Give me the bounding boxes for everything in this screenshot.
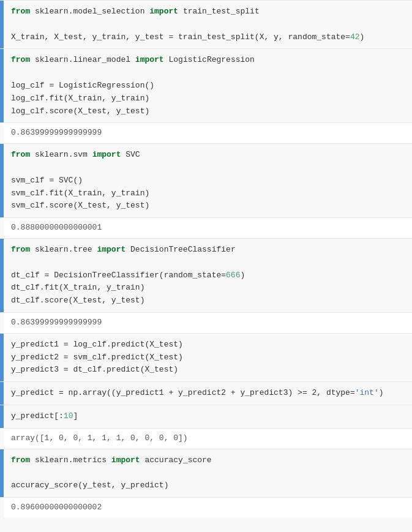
cell-4-gutter bbox=[0, 239, 4, 312]
output-7: array([1, 0, 0, 1, 1, 1, 0, 0, 0, 0]) bbox=[0, 428, 412, 449]
cell-2-content: from sklearn.linear_model import Logisti… bbox=[4, 49, 412, 122]
code-line: svm_clf = SVC() bbox=[11, 174, 405, 187]
code-line: y_predict3 = dt_clf.predict(X_test) bbox=[11, 364, 405, 377]
cell-4-content: from sklearn.tree import DecisionTreeCla… bbox=[4, 239, 412, 312]
cell-1-content: from sklearn.model_selection import trai… bbox=[4, 1, 412, 48]
code-line: dt_clf.fit(X_train, y_train) bbox=[11, 282, 405, 294]
output-8: 0.89600000000000002 bbox=[0, 497, 412, 518]
code-line: y_predict[:10] bbox=[11, 410, 405, 423]
output-3-content: 0.88800000000000001 bbox=[4, 218, 412, 238]
cell-7-gutter bbox=[0, 405, 4, 428]
code-line: y_predict1 = log_clf.predict(X_test) bbox=[11, 339, 405, 351]
cell-7-content: y_predict[:10] bbox=[4, 405, 412, 428]
cell-8-content: from sklearn.metrics import accuracy_sco… bbox=[4, 449, 412, 497]
cell-7[interactable]: y_predict[:10] bbox=[0, 405, 412, 428]
cell-3-content: from sklearn.svm import SVC svm_clf = SV… bbox=[4, 144, 412, 217]
code-line: y_predict2 = svm_clf.predict(X_test) bbox=[11, 351, 405, 364]
code-line: accuracy_score(y_test, y_predict) bbox=[11, 479, 405, 492]
code-line: log_clf.score(X_test, y_test) bbox=[11, 105, 405, 118]
cell-3-gutter bbox=[0, 144, 4, 217]
output-text: 0.88800000000000001 bbox=[11, 223, 102, 232]
code-line: from sklearn.metrics import accuracy_sco… bbox=[11, 454, 405, 467]
cell-4[interactable]: from sklearn.tree import DecisionTreeCla… bbox=[0, 238, 412, 312]
cell-6-content: y_predict = np.array((y_predict1 + y_pre… bbox=[4, 382, 412, 405]
code-line bbox=[11, 162, 405, 174]
code-line: log_clf.fit(X_train, y_train) bbox=[11, 92, 405, 105]
cell-1[interactable]: from sklearn.model_selection import trai… bbox=[0, 0, 412, 48]
cell-5-content: y_predict1 = log_clf.predict(X_test) y_p… bbox=[4, 334, 412, 381]
notebook-container: from sklearn.model_selection import trai… bbox=[0, 0, 412, 518]
cell-8-gutter bbox=[0, 449, 4, 497]
output-4: 0.86399999999999999 bbox=[0, 312, 412, 333]
output-2: 0.86399999999999999 bbox=[0, 122, 412, 143]
code-line: dt_clf.score(X_test, y_test) bbox=[11, 294, 405, 307]
code-line bbox=[11, 18, 405, 31]
code-line: from sklearn.svm import SVC bbox=[11, 149, 405, 162]
code-line: from sklearn.tree import DecisionTreeCla… bbox=[11, 244, 405, 257]
code-line: X_train, X_test, y_train, y_test = train… bbox=[11, 31, 405, 44]
code-line bbox=[11, 67, 405, 80]
code-line: svm_clf.score(X_test, y_test) bbox=[11, 200, 405, 212]
cell-3[interactable]: from sklearn.svm import SVC svm_clf = SV… bbox=[0, 143, 412, 217]
output-8-content: 0.89600000000000002 bbox=[4, 498, 412, 518]
cell-5[interactable]: y_predict1 = log_clf.predict(X_test) y_p… bbox=[0, 333, 412, 381]
output-text: 0.89600000000000002 bbox=[11, 503, 102, 512]
output-7-gutter bbox=[0, 429, 4, 449]
output-text: array([1, 0, 0, 1, 1, 1, 0, 0, 0, 0]) bbox=[11, 433, 188, 443]
cell-2-gutter bbox=[0, 49, 4, 122]
cell-1-gutter bbox=[0, 1, 4, 48]
output-4-gutter bbox=[0, 313, 4, 333]
output-4-content: 0.86399999999999999 bbox=[4, 313, 412, 333]
output-text: 0.86399999999999999 bbox=[11, 318, 102, 327]
output-text: 0.86399999999999999 bbox=[11, 128, 102, 137]
cell-5-gutter bbox=[0, 334, 4, 381]
cell-2[interactable]: from sklearn.linear_model import Logisti… bbox=[0, 48, 412, 122]
code-line: from sklearn.model_selection import trai… bbox=[11, 6, 405, 18]
output-3-gutter bbox=[0, 218, 4, 238]
code-line: y_predict = np.array((y_predict1 + y_pre… bbox=[11, 387, 405, 400]
code-line: log_clf = LogisticRegression() bbox=[11, 80, 405, 92]
cell-6[interactable]: y_predict = np.array((y_predict1 + y_pre… bbox=[0, 381, 412, 405]
output-3: 0.88800000000000001 bbox=[0, 217, 412, 238]
code-line: svm_clf.fit(X_train, y_train) bbox=[11, 187, 405, 200]
output-2-gutter bbox=[0, 123, 4, 143]
output-7-content: array([1, 0, 0, 1, 1, 1, 0, 0, 0, 0]) bbox=[4, 429, 412, 449]
code-line: from sklearn.linear_model import Logisti… bbox=[11, 54, 405, 67]
code-line: dt_clf = DecisionTreeClassifier(random_s… bbox=[11, 269, 405, 282]
code-line bbox=[11, 466, 405, 479]
output-2-content: 0.86399999999999999 bbox=[4, 123, 412, 143]
cell-6-gutter bbox=[0, 382, 4, 405]
code-line bbox=[11, 257, 405, 269]
cell-8[interactable]: from sklearn.metrics import accuracy_sco… bbox=[0, 449, 412, 497]
output-8-gutter bbox=[0, 498, 4, 518]
